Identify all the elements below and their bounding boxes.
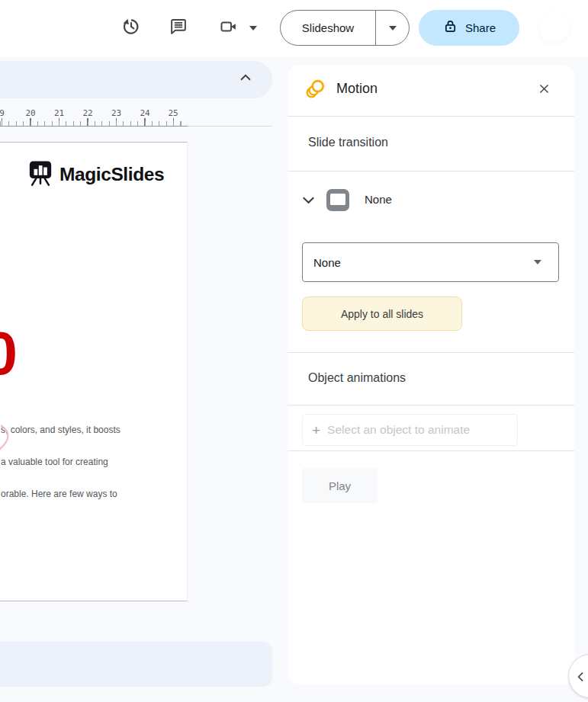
collapsed-speaker-notes-bar[interactable]	[0, 642, 272, 687]
object-animations-heading: Object animations	[308, 371, 406, 385]
select-object-to-animate-button: + Select an object to animate	[302, 414, 518, 446]
ruler-number: 24	[140, 108, 149, 118]
decorative-swirl-icon	[0, 424, 11, 454]
transition-type-dropdown[interactable]: None	[302, 242, 559, 282]
slideshow-button[interactable]: Slideshow	[281, 11, 375, 45]
slide-heading-fragment: 0	[0, 323, 18, 383]
comment-icon	[169, 17, 188, 40]
caret-down-icon	[249, 26, 257, 30]
panel-title: Motion	[336, 81, 378, 97]
transition-expander-button[interactable]	[297, 191, 319, 212]
play-button: Play	[302, 468, 378, 503]
horizontal-ruler: 9 20 21 22 23 24 25	[0, 107, 272, 127]
ruler-number: 9	[0, 108, 5, 118]
motion-panel-header: Motion	[288, 65, 574, 116]
ruler-number: 23	[111, 108, 121, 118]
meet-dropdown-button[interactable]	[243, 13, 264, 43]
slideshow-split-button: Slideshow	[280, 10, 410, 46]
share-button[interactable]: Share	[419, 10, 519, 46]
google-slides-app: Slideshow Share	[0, 0, 588, 702]
collapse-toolbar-button[interactable]	[230, 64, 261, 95]
chevron-down-icon	[300, 191, 317, 212]
caret-down-icon	[534, 260, 541, 264]
share-button-label: Share	[465, 21, 496, 34]
collapsed-toolbar-bar	[0, 61, 272, 98]
slide-transition-heading: Slide transition	[308, 136, 388, 149]
slide-body-line: s, colors, and styles, it boosts	[1, 425, 120, 435]
magicslides-logo: MagicSlides	[27, 159, 164, 190]
ruler-number: 25	[168, 108, 178, 118]
ruler-baseline	[0, 126, 188, 127]
version-history-button[interactable]	[116, 13, 146, 43]
ruler-number: 20	[25, 108, 35, 118]
motion-panel: Motion Slide transition None None	[288, 65, 574, 684]
history-icon	[121, 17, 141, 40]
slide-body-line: orable. Here are few ways to	[1, 489, 120, 499]
plus-icon: +	[312, 423, 320, 438]
comments-button[interactable]	[163, 13, 194, 43]
magicslides-logo-icon	[27, 159, 53, 191]
section-divider	[288, 352, 574, 353]
magicslides-logo-text: MagicSlides	[59, 164, 164, 185]
transition-dropdown-value: None	[313, 256, 341, 269]
account-avatar[interactable]	[538, 11, 571, 45]
lock-icon	[442, 18, 458, 37]
caret-down-icon	[389, 26, 397, 30]
panel-header-divider	[288, 116, 574, 117]
ruler-number: 22	[82, 108, 92, 118]
slide-body-line: a valuable tool for creating	[1, 457, 120, 467]
transition-none-icon	[326, 189, 349, 211]
ruler-number: 21	[54, 108, 64, 118]
close-panel-button[interactable]	[529, 75, 559, 105]
slide-body-text: s, colors, and styles, it boosts a valua…	[1, 403, 120, 521]
section-divider	[288, 171, 574, 171]
current-transition-label: None	[365, 193, 392, 206]
video-camera-icon	[219, 17, 239, 40]
slideshow-options-button[interactable]	[376, 11, 409, 45]
select-object-label: Select an object to animate	[327, 423, 470, 437]
close-icon	[538, 82, 551, 98]
chevron-up-icon	[237, 69, 254, 89]
apply-to-all-slides-button[interactable]: Apply to all slides	[302, 297, 462, 331]
app-top-bar: Slideshow Share	[0, 0, 588, 57]
ruler-baseline-extension	[188, 126, 272, 127]
section-divider	[288, 405, 574, 405]
transition-none-icon-inner	[330, 194, 345, 205]
slide-canvas[interactable]: MagicSlides 0 s, colors, and styles, it …	[0, 142, 188, 601]
section-divider	[288, 450, 574, 451]
motion-icon	[305, 77, 327, 102]
meet-camera-button[interactable]	[214, 13, 244, 43]
